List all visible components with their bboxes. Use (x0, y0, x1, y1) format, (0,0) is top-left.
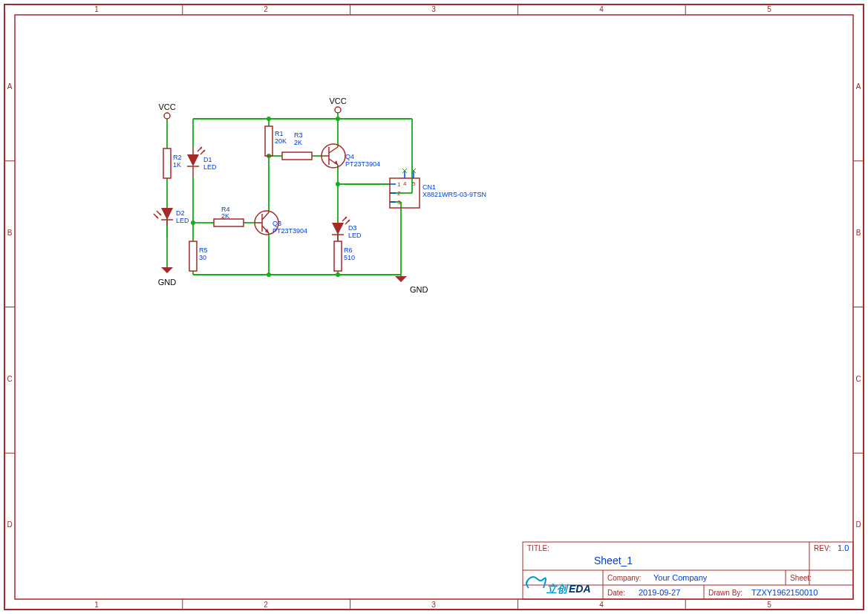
svg-rect-76 (265, 126, 273, 156)
tb-sheet-label: Sheet: (790, 574, 812, 582)
col-4-top: 4 (599, 5, 604, 13)
gnd1-label: GND (158, 278, 177, 287)
svg-point-43 (336, 182, 340, 186)
resistor-r1: R1 20K (265, 126, 287, 156)
resistor-r3: R3 2K (282, 131, 312, 160)
resistor-r5: R5 30 (189, 241, 208, 271)
r3-ref: R3 (294, 131, 303, 139)
r4-val: 2K (221, 212, 229, 220)
q4-ref: Q4 (345, 153, 354, 160)
q4-val: PT23T3904 (345, 160, 380, 168)
d3-ref: D3 (348, 224, 357, 232)
svg-rect-77 (282, 152, 312, 160)
col-5-top: 5 (767, 5, 771, 13)
row-b-right: B (856, 229, 861, 237)
tb-date-label: Date: (607, 589, 625, 597)
cn1-pin4: 4 (403, 180, 407, 187)
svg-point-44 (191, 221, 195, 225)
vcc1-symbol: VCC (158, 102, 175, 119)
svg-point-48 (335, 107, 341, 113)
vcc2-symbol: VCC (329, 97, 346, 119)
r2-val: 1K (173, 161, 181, 169)
svg-point-47 (164, 113, 170, 119)
gnd2-label: GND (410, 285, 428, 294)
row-b-left: B (7, 229, 13, 237)
col-1-top: 1 (94, 5, 99, 13)
tb-rev-label: REV: (814, 544, 831, 552)
svg-rect-91 (334, 241, 342, 271)
led-d2: D2 LED (154, 208, 189, 226)
r6-ref: R6 (344, 246, 353, 254)
logo-text2: EDA (569, 583, 591, 595)
resistor-r2: R2 1K (163, 148, 182, 178)
row-c-left: C (7, 375, 12, 383)
connector-cn1: 1 2 3 4 5 CN1 X8821WRS-03-9TSN (390, 169, 486, 208)
svg-rect-69 (189, 241, 197, 271)
col-3-bot: 3 (431, 601, 436, 609)
r5-val: 30 (199, 254, 206, 261)
svg-marker-61 (161, 208, 173, 220)
svg-rect-52 (163, 148, 171, 178)
r5-ref: R5 (199, 246, 208, 254)
tb-rev-value: 1.0 (838, 543, 849, 552)
tb-drawn-label: Drawn By: (708, 589, 743, 597)
svg-marker-53 (187, 154, 199, 166)
q3-ref: Q3 (273, 220, 281, 227)
schematic-sheet: 1 2 3 4 5 1 2 3 4 5 A B C D A B C D (0, 0, 868, 614)
vcc2-label: VCC (329, 97, 346, 105)
d1-val: LED (203, 163, 217, 171)
cn1-pin2: 2 (397, 190, 401, 197)
d2-ref: D2 (176, 209, 185, 217)
resistor-r4: R4 2K (214, 206, 244, 226)
tb-company-value: Your Company (653, 573, 708, 582)
ruler-cols: 1 2 3 4 5 1 2 3 4 5 (94, 4, 771, 610)
svg-marker-84 (332, 223, 344, 235)
svg-marker-50 (161, 267, 173, 273)
row-d-left: D (7, 520, 12, 529)
title-block: TITLE: Sheet_1 REV: 1.0 Company: Your Co… (523, 542, 853, 599)
r6-val: 510 (344, 254, 355, 261)
tb-date-value: 2019-09-27 (639, 588, 680, 597)
r3-val: 2K (294, 139, 302, 146)
svg-line-81 (329, 147, 338, 153)
ruler-rows: A B C D A B C D (4, 82, 864, 529)
led-d1: D1 LED (187, 147, 217, 177)
row-a-right: A (856, 82, 861, 91)
r2-ref: R2 (173, 154, 182, 161)
tb-drawn-value: TZXY1962150010 (751, 588, 818, 597)
transistor-q3: Q3 PT23T3904 (255, 211, 307, 235)
row-a-left: A (7, 82, 13, 91)
cn1-pin3: 3 (397, 199, 401, 206)
svg-point-40 (267, 117, 271, 121)
frame-border-outer (4, 4, 864, 610)
resistor-r6: R6 510 (334, 241, 355, 271)
d2-val: LED (176, 217, 189, 224)
logo-text1: 立创 (546, 583, 569, 595)
q3-val: PT23T3904 (273, 227, 307, 235)
col-4-bot: 4 (599, 601, 604, 609)
col-2-bot: 2 (264, 601, 268, 609)
svg-point-45 (267, 272, 271, 277)
gnd2-symbol: GND (395, 276, 428, 294)
svg-point-46 (336, 272, 340, 277)
r1-val: 20K (275, 137, 287, 145)
frame-border-inner (15, 15, 853, 599)
svg-line-73 (262, 212, 269, 220)
tb-title-label: TITLE: (527, 544, 549, 552)
cn1-pin5: 5 (412, 180, 416, 187)
transistor-q4: Q4 PT23T3904 (322, 144, 380, 168)
row-c-right: C (855, 375, 861, 383)
r1-ref: R1 (275, 130, 284, 137)
col-2-top: 2 (264, 5, 268, 13)
svg-marker-51 (395, 276, 407, 282)
cn1-val: X8821WRS-03-9TSN (422, 191, 486, 198)
col-1-bot: 1 (94, 601, 99, 609)
led-d3: D3 LED (332, 217, 362, 241)
cn1-ref: CN1 (422, 183, 436, 191)
tb-company-label: Company: (607, 574, 642, 582)
d3-val: LED (348, 232, 362, 239)
eda-logo: 立创 EDA (526, 577, 591, 595)
col-3-top: 3 (431, 5, 436, 13)
svg-rect-68 (214, 219, 244, 226)
tb-title-value: Sheet_1 (594, 555, 633, 566)
